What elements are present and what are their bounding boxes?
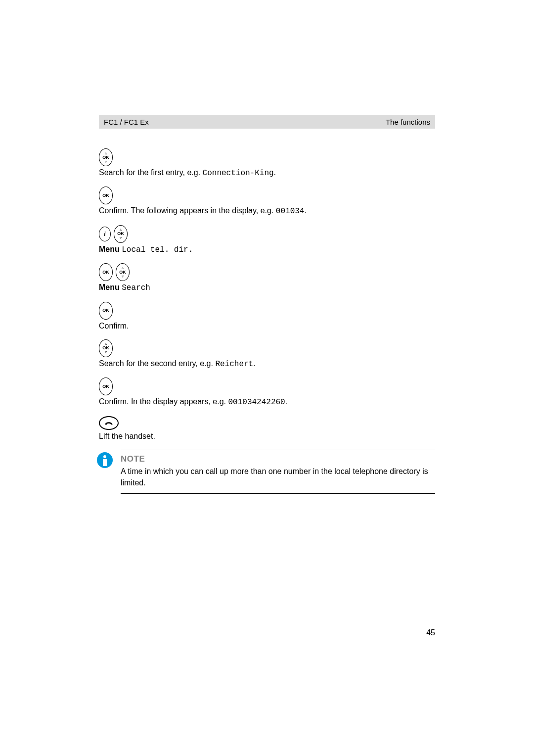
monospace-text: Search: [122, 284, 150, 292]
step-icons: OK: [99, 302, 435, 320]
info-button-icon: i: [99, 227, 111, 241]
step-text: Menu Local tel. dir.: [99, 244, 435, 255]
instruction-step: OK▵OK▿Menu Search: [99, 263, 435, 293]
monospace-text: Reichert: [215, 360, 253, 369]
instruction-step: OKConfirm.: [99, 302, 435, 331]
instruction-step: i▵OK▿Menu Local tel. dir.: [99, 225, 435, 255]
ok-nav-button-icon: ▵OK▿: [114, 225, 128, 243]
step-text: Confirm. In the display appears, e.g. 00…: [99, 396, 435, 408]
instruction-step: OKConfirm. In the display appears, e.g. …: [99, 378, 435, 408]
step-text-fragment: .: [274, 168, 276, 177]
header-right: The functions: [386, 118, 430, 126]
step-icons: ▵OK▿: [99, 148, 435, 166]
instruction-step: Lift the handset.: [99, 416, 435, 442]
step-text-fragment: Confirm. In the display appears, e.g.: [99, 397, 228, 406]
step-text: Confirm.: [99, 321, 435, 331]
note-title: NOTE: [121, 454, 435, 464]
ok-button-icon: OK: [99, 378, 113, 395]
page-header: FC1 / FC1 Ex The functions: [99, 115, 435, 129]
step-text-fragment: Confirm.: [99, 322, 129, 330]
note-text: A time in which you can call up more tha…: [121, 466, 435, 488]
step-text-fragment: .: [285, 397, 287, 406]
menu-label: Menu: [99, 283, 120, 291]
step-text: Search for the second entry, e.g. Reiche…: [99, 358, 435, 370]
step-icons: OK: [99, 187, 435, 204]
info-icon: [97, 452, 113, 468]
step-text-fragment: .: [304, 206, 306, 215]
instruction-step: ▵OK▿Search for the first entry, e.g. Con…: [99, 148, 435, 179]
step-icons: i▵OK▿: [99, 225, 435, 243]
step-icons: OK: [99, 378, 435, 395]
step-icons: OK▵OK▿: [99, 263, 435, 281]
menu-label: Menu: [99, 245, 120, 253]
ok-button-icon: OK: [99, 302, 113, 320]
ok-button-icon: OK: [99, 187, 113, 204]
page-content: ▵OK▿Search for the first entry, e.g. Con…: [99, 148, 435, 494]
monospace-text: Local tel. dir.: [122, 245, 193, 254]
ok-nav-button-icon: ▵OK▿: [99, 148, 113, 166]
ok-nav-button-icon: ▵OK▿: [116, 263, 130, 281]
step-text: Menu Search: [99, 282, 435, 293]
ok-nav-button-icon: ▵OK▿: [99, 339, 113, 357]
step-text-fragment: Lift the handset.: [99, 432, 155, 440]
monospace-text: Connection-King: [203, 169, 274, 178]
step-text: Lift the handset.: [99, 431, 435, 442]
step-text-fragment: .: [253, 359, 255, 368]
step-icons: [99, 416, 435, 430]
header-left: FC1 / FC1 Ex: [104, 118, 149, 126]
step-text-fragment: Search for the first entry, e.g.: [99, 168, 203, 177]
document-page: FC1 / FC1 Ex The functions ▵OK▿Search fo…: [0, 0, 534, 756]
instruction-step: OKConfirm. The following appears in the …: [99, 187, 435, 217]
instruction-step: ▵OK▿Search for the second entry, e.g. Re…: [99, 339, 435, 370]
step-text-fragment: Search for the second entry, e.g.: [99, 359, 215, 368]
lift-handset-icon: [99, 416, 119, 430]
page-number: 45: [426, 628, 435, 637]
note-block: NOTEA time in which you can call up more…: [121, 450, 435, 494]
note-block-wrapper: NOTEA time in which you can call up more…: [99, 450, 435, 494]
monospace-text: 001034: [276, 207, 305, 216]
ok-button-icon: OK: [99, 263, 113, 281]
step-text: Confirm. The following appears in the di…: [99, 205, 435, 217]
monospace-text: 001034242260: [228, 398, 285, 407]
step-icons: ▵OK▿: [99, 339, 435, 357]
step-text: Search for the first entry, e.g. Connect…: [99, 167, 435, 179]
step-text-fragment: Confirm. The following appears in the di…: [99, 206, 276, 215]
